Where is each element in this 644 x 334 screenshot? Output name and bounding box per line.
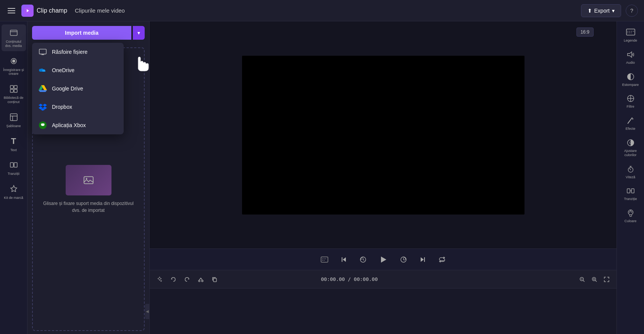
help-button[interactable]: ?	[626, 5, 638, 17]
main-area: Conținutul dvs. media Înregistrare și cr…	[0, 21, 644, 334]
zoom-in-button[interactable]	[589, 275, 600, 284]
dropdown-item-dropbox[interactable]: Dropbox	[32, 98, 124, 116]
expand-timeline-button[interactable]	[601, 275, 612, 284]
speed-label: Viteză	[626, 175, 635, 179]
right-tool-fade[interactable]: Estompare	[618, 69, 643, 90]
gdrive-icon	[38, 84, 47, 93]
svg-point-4	[12, 60, 15, 63]
media-icon	[8, 27, 19, 38]
export-button[interactable]: ⬆ Export ▾	[581, 4, 621, 17]
dropbox-icon	[38, 102, 47, 111]
svg-marker-27	[381, 257, 386, 263]
monitor-icon	[38, 47, 47, 56]
brand-icon	[8, 184, 19, 194]
dropdown-item-xbox[interactable]: Aplicația Xbox	[32, 116, 124, 134]
right-tool-filters[interactable]: Filtre	[618, 90, 643, 112]
sidebar-item-text[interactable]: T Text	[2, 133, 26, 155]
play-button[interactable]	[376, 253, 391, 266]
sidebar-item-transitions-label: Tranziții	[8, 172, 19, 176]
sidebar-item-record-label: Înregistrare și creare	[3, 68, 24, 76]
onedrive-icon	[38, 66, 47, 75]
svg-rect-6	[14, 86, 17, 89]
right-tool-audio[interactable]: Audio	[618, 47, 643, 68]
fade-label: Estompare	[622, 83, 639, 87]
dropdown-item-gdrive[interactable]: Google Drive	[32, 79, 124, 98]
captions-toggle-button[interactable]	[318, 255, 331, 264]
sidebar-item-transitions[interactable]: Tranziții	[2, 157, 26, 179]
color-icon	[626, 208, 636, 218]
color-adjust-label: Ajustare culorilor	[620, 149, 641, 157]
aspect-ratio-badge[interactable]: 16:9	[576, 27, 594, 37]
svg-rect-15	[84, 176, 93, 184]
svg-rect-8	[14, 89, 17, 92]
undo-button[interactable]	[168, 275, 179, 284]
svg-marker-30	[421, 257, 424, 262]
sidebar-item-library[interactable]: Bibliotecă de conținut	[2, 81, 26, 107]
svg-rect-40	[213, 278, 216, 282]
zoom-out-button[interactable]	[577, 275, 588, 284]
right-tool-effects[interactable]: Efecte	[618, 113, 643, 134]
sidebar-item-brand[interactable]: Kit de marcă	[2, 181, 26, 203]
import-dropdown-button[interactable]: ▾	[133, 26, 145, 40]
project-title[interactable]: Clipurile mele video	[75, 7, 125, 14]
media-thumbnail	[66, 165, 111, 195]
magic-tool-button[interactable]	[154, 275, 165, 284]
svg-point-65	[630, 210, 631, 211]
timeline-track[interactable]	[150, 289, 617, 334]
transitions-icon	[8, 160, 19, 170]
hamburger-menu[interactable]	[6, 6, 17, 15]
playback-controls	[150, 248, 617, 270]
media-panel: Import media ▾ Răsfoire fișiere	[27, 21, 150, 334]
svg-line-39	[201, 278, 202, 280]
dropdown-item-dropbox-label: Dropbox	[52, 104, 72, 110]
svg-rect-59	[627, 189, 629, 193]
loop-button[interactable]	[435, 255, 449, 265]
timeline-toolbar: 00:00.00 / 00:00.00	[150, 270, 617, 288]
frame-back-button[interactable]	[357, 255, 370, 265]
svg-rect-20	[321, 257, 328, 262]
sidebar-item-media[interactable]: Conținutul dvs. media	[2, 24, 26, 51]
right-tool-speed[interactable]: Viteză	[618, 161, 643, 182]
dropdown-item-onedrive[interactable]: OneDrive	[32, 61, 124, 79]
right-tool-transitions[interactable]: Tranziție	[618, 183, 643, 204]
dropdown-item-onedrive-label: OneDrive	[52, 67, 74, 73]
svg-line-45	[595, 280, 597, 282]
sidebar-item-library-label: Bibliotecă de conținut	[3, 96, 24, 104]
svg-rect-24	[342, 257, 342, 262]
import-media-button[interactable]: Import media	[32, 26, 131, 40]
sidebar-item-text-label: Text	[10, 148, 17, 152]
filters-label: Filtre	[627, 105, 634, 109]
svg-marker-34	[171, 278, 173, 279]
collapse-timeline-handle[interactable]: ◀	[145, 304, 150, 319]
app-title: Clip champ	[37, 7, 67, 14]
svg-marker-26	[361, 258, 362, 260]
redo-button[interactable]	[182, 275, 192, 284]
cut-button[interactable]	[195, 275, 206, 284]
sidebar-item-templates-label: Șabloane	[6, 124, 21, 128]
svg-rect-9	[10, 114, 17, 121]
svg-point-36	[199, 280, 200, 282]
right-tool-color-adjust[interactable]: Ajustare culorilor	[618, 135, 643, 160]
sidebar-item-record[interactable]: Înregistrare și creare	[2, 53, 26, 79]
right-tool-color[interactable]: Culoare	[618, 205, 643, 226]
copy-paste-button[interactable]	[209, 275, 220, 284]
logo-icon	[21, 5, 34, 17]
svg-rect-12	[39, 49, 46, 54]
svg-rect-10	[10, 163, 13, 167]
svg-rect-11	[14, 163, 17, 167]
library-icon	[8, 84, 19, 94]
frame-fwd-button[interactable]	[397, 255, 410, 265]
svg-rect-31	[424, 257, 425, 262]
skip-to-end-button[interactable]	[416, 255, 429, 265]
timecode-display: 00:00.00 / 00:00.00	[321, 276, 378, 282]
skip-to-start-button[interactable]	[337, 255, 350, 265]
dropdown-item-browse-label: Răsfoire fișiere	[52, 49, 87, 55]
video-preview: 16:9	[150, 21, 617, 248]
captions-label: Legende	[624, 39, 637, 43]
svg-rect-5	[10, 86, 13, 89]
sidebar-item-templates[interactable]: Șabloane	[2, 109, 26, 131]
video-canvas	[242, 56, 525, 215]
right-tool-captions[interactable]: Legende	[618, 24, 643, 46]
dropdown-item-browse[interactable]: Răsfoire fișiere	[32, 43, 124, 61]
svg-marker-29	[405, 258, 406, 260]
